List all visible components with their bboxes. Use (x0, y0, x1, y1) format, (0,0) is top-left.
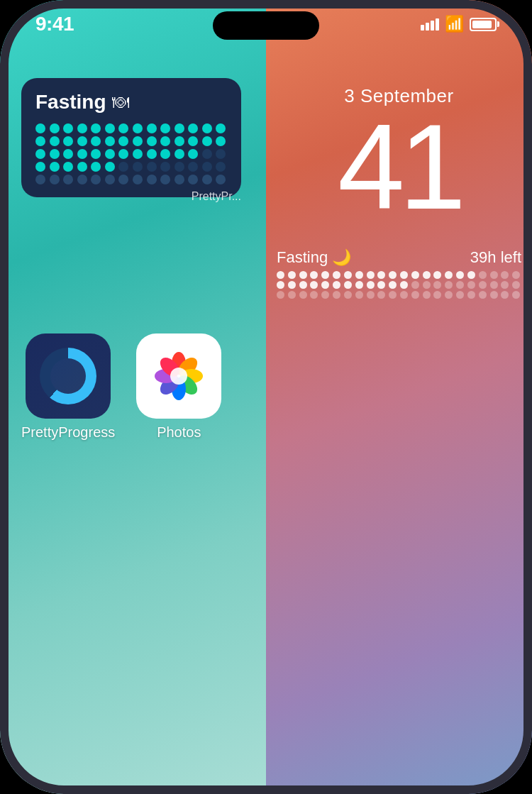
lock-time-left: 39h left (470, 248, 521, 267)
photos-flower-svg (150, 348, 207, 404)
prettyprogress-label: PrettyProgress (21, 424, 115, 441)
prettyprogress-icon (26, 333, 111, 419)
widget-header: Fasting 🍽 (35, 91, 227, 114)
widget-title: Fasting (35, 91, 106, 114)
lock-widget-row: Fasting 🌙 39h left (273, 248, 525, 267)
lock-screen: 3 September 41 Fasting 🌙 39h left (266, 0, 532, 794)
dots-grid (35, 123, 227, 184)
lock-fasting-label: Fasting 🌙 (277, 248, 351, 267)
wifi-icon: 📶 (445, 15, 464, 33)
photos-app[interactable]: Photos (136, 333, 221, 441)
prettyprogress-app[interactable]: PrettyProgress (21, 333, 115, 441)
time-display: 41 (273, 106, 525, 227)
widget-app-label: PrettyPr... (192, 190, 241, 203)
dynamic-island (213, 11, 319, 40)
status-time: 9:41 (35, 13, 74, 35)
fasting-widget[interactable]: Fasting 🍽 (21, 78, 241, 197)
home-screen: Fasting 🍽 (0, 0, 266, 794)
lock-dots-grid (273, 271, 525, 299)
battery-icon (470, 18, 497, 31)
progress-circle (40, 348, 96, 404)
fork-icon: 🍽 (112, 92, 129, 112)
signal-icon (421, 18, 439, 31)
time-large: 41 (338, 99, 460, 234)
svg-point-8 (170, 368, 187, 385)
app-icons-row: PrettyProgress (21, 333, 221, 441)
lock-screen-widget: Fasting 🌙 39h left (273, 248, 525, 299)
phone-frame: 9:41 📶 Fasting 🍽 (0, 0, 532, 794)
status-icons: 📶 (421, 15, 497, 33)
photos-label: Photos (157, 424, 201, 441)
photos-icon (136, 333, 221, 419)
moon-icon: 🌙 (332, 248, 351, 267)
